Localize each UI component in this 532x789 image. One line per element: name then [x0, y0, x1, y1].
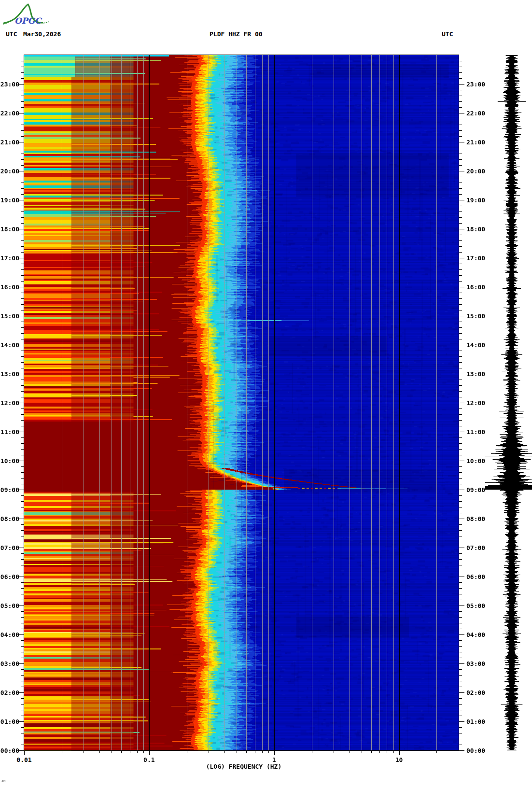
y-tick-left — [21, 310, 24, 310]
y-tick-label-left: 19:00 — [0, 197, 19, 203]
y-tick-right — [459, 310, 462, 310]
y-tick-left — [21, 716, 24, 716]
y-tick-right — [459, 455, 462, 455]
y-tick-left — [21, 426, 24, 426]
y-tick-left — [21, 391, 24, 392]
y-tick-label-left: 13:00 — [0, 371, 19, 377]
y-tick-label-left: 17:00 — [0, 255, 19, 261]
y-tick-right — [459, 721, 464, 722]
y-tick-left — [21, 669, 24, 670]
y-tick-right — [459, 698, 462, 699]
y-tick-left — [21, 600, 24, 600]
y-tick-left — [21, 177, 24, 177]
y-tick-right — [459, 165, 462, 166]
y-tick-right — [459, 716, 462, 716]
y-tick-left — [21, 681, 24, 681]
y-tick-right — [459, 745, 462, 745]
y-tick-right — [459, 223, 462, 224]
y-tick-right — [459, 727, 462, 728]
y-tick-left — [21, 380, 24, 380]
y-tick-left — [21, 733, 24, 733]
y-tick-left — [21, 206, 24, 206]
y-tick-left — [21, 362, 24, 363]
y-tick-left — [21, 710, 24, 710]
y-tick-left — [21, 571, 24, 571]
y-tick-left — [19, 692, 24, 693]
y-tick-left — [21, 559, 24, 560]
y-tick-left — [21, 611, 24, 612]
y-tick-right — [459, 72, 462, 73]
y-tick-left — [21, 333, 24, 334]
y-tick-right — [459, 194, 462, 195]
y-tick-label-right: 14:00 — [466, 342, 485, 348]
y-tick-label-right: 09:00 — [466, 487, 485, 493]
y-tick-left — [21, 264, 24, 264]
page: OPGC UTC Mar30,2026 PLDF HHZ FR 00 UTC 2… — [0, 0, 532, 789]
y-tick-left — [21, 136, 24, 137]
y-tick-left — [21, 119, 24, 119]
y-tick-right — [459, 478, 462, 479]
y-tick-left — [21, 72, 24, 73]
y-tick-right — [459, 229, 464, 229]
y-tick-right — [459, 269, 462, 270]
y-tick-left — [21, 275, 24, 276]
y-tick-label-left: 11:00 — [0, 429, 19, 435]
y-tick-right — [459, 136, 462, 137]
x-minor-tick — [334, 751, 334, 753]
y-tick-left — [21, 148, 24, 148]
y-tick-right — [459, 101, 462, 102]
x-tick-label: 0.1 — [137, 757, 161, 763]
y-tick-left — [21, 727, 24, 728]
y-tick-label-right: 21:00 — [466, 139, 485, 145]
y-tick-label-right: 22:00 — [466, 110, 485, 116]
y-tick-label-left: 18:00 — [0, 226, 19, 232]
y-tick-right — [459, 246, 462, 247]
y-tick-left — [21, 507, 24, 507]
y-tick-left — [21, 61, 24, 61]
y-tick-label-right: 01:00 — [466, 719, 485, 725]
y-tick-right — [459, 472, 462, 473]
y-tick-left — [19, 634, 24, 635]
corner-mark: JH — [1, 780, 5, 783]
y-tick-left — [19, 577, 24, 577]
y-tick-right — [459, 461, 464, 461]
y-tick-left — [19, 287, 24, 287]
y-tick-right — [459, 78, 462, 79]
y-tick-right — [459, 351, 462, 351]
y-tick-left — [19, 171, 24, 171]
y-tick-label-right: 10:00 — [466, 458, 485, 464]
y-tick-right — [459, 171, 464, 171]
y-tick-left — [19, 548, 24, 548]
y-tick-left — [21, 542, 24, 542]
y-tick-right — [459, 495, 462, 496]
y-tick-label-right: 20:00 — [466, 168, 485, 174]
y-tick-left — [21, 658, 24, 658]
y-tick-right — [459, 490, 464, 490]
y-tick-left — [21, 449, 24, 450]
y-tick-right — [459, 368, 462, 368]
y-tick-right — [459, 61, 462, 61]
y-tick-left — [21, 745, 24, 745]
y-tick-right — [459, 617, 462, 618]
y-tick-right — [459, 426, 462, 426]
y-tick-right — [459, 287, 464, 287]
y-tick-right — [459, 420, 462, 421]
x-minor-tick — [312, 751, 312, 753]
x-minor-tick — [436, 751, 437, 753]
y-tick-label-left: 06:00 — [0, 574, 19, 580]
y-tick-label-left: 15:00 — [0, 313, 19, 319]
x-minor-tick — [362, 751, 362, 753]
utc-label-left: UTC — [6, 31, 17, 38]
y-tick-right — [459, 345, 464, 345]
y-tick-right — [459, 200, 464, 200]
y-tick-right — [459, 571, 462, 571]
x-minor-tick — [371, 751, 372, 753]
y-tick-left — [21, 466, 24, 467]
y-tick-label-left: 01:00 — [0, 719, 19, 725]
y-tick-left — [21, 530, 24, 531]
y-tick-right — [459, 577, 464, 577]
y-tick-right — [459, 90, 462, 90]
y-tick-right — [459, 513, 462, 513]
y-tick-right — [459, 327, 462, 328]
y-tick-right — [459, 322, 462, 322]
